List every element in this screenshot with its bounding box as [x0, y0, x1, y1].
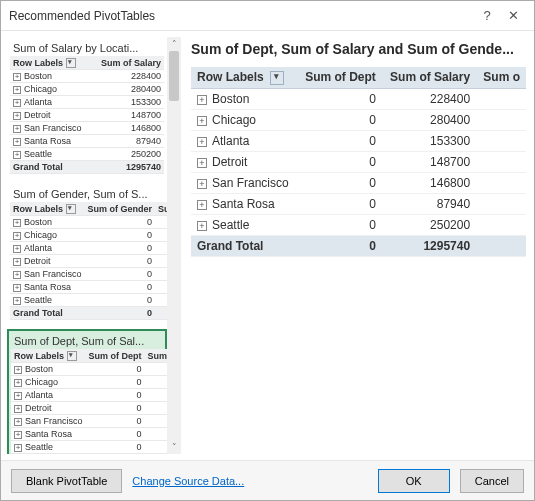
- pivot-thumb-dept-salary[interactable]: Sum of Dept, Sum of Sal... Row LabelsSum…: [7, 329, 167, 454]
- col-row-labels[interactable]: Row Labels: [191, 67, 297, 88]
- pivot-thumb-salary-by-location[interactable]: Sum of Salary by Locati... Row LabelsSum…: [7, 37, 167, 177]
- thumb-table: Row LabelsSum of GenderSum of Salary +Bo…: [10, 202, 167, 320]
- table-row[interactable]: +Santa Rosa087940: [191, 193, 526, 214]
- table-row[interactable]: +Atlanta0153300: [191, 130, 526, 151]
- grand-total-row: Grand Total01295740: [191, 235, 526, 256]
- ok-button[interactable]: OK: [378, 469, 450, 493]
- thumbnail-scrollbar[interactable]: ˄ ˅: [167, 37, 181, 454]
- table-row[interactable]: +Boston0228400: [191, 88, 526, 109]
- blank-pivottable-button[interactable]: Blank PivotTable: [11, 469, 122, 493]
- titlebar: Recommended PivotTables ? ✕: [1, 1, 534, 31]
- pivot-thumb-gender-salary[interactable]: Sum of Gender, Sum of S... Row LabelsSum…: [7, 183, 167, 323]
- col-sum-extra: Sum o: [476, 67, 526, 88]
- table-row[interactable]: +Seattle0250200: [191, 214, 526, 235]
- filter-dropdown-icon[interactable]: [270, 71, 284, 85]
- recommended-pivottables-dialog: Recommended PivotTables ? ✕ Sum of Salar…: [0, 0, 535, 501]
- dropdown-icon[interactable]: [66, 204, 76, 214]
- table-row[interactable]: +San Francisco0146800: [191, 172, 526, 193]
- preview-pivottable: Row Labels Sum of Dept Sum of Salary Sum…: [191, 67, 526, 257]
- scroll-down-icon[interactable]: ˅: [167, 440, 181, 454]
- scroll-track[interactable]: [167, 51, 181, 440]
- change-source-data-link[interactable]: Change Source Data...: [132, 475, 244, 487]
- scroll-up-icon[interactable]: ˄: [167, 37, 181, 51]
- close-icon[interactable]: ✕: [500, 3, 526, 29]
- dropdown-icon[interactable]: [67, 351, 77, 361]
- expand-icon[interactable]: +: [197, 95, 207, 105]
- scroll-thumb[interactable]: [169, 51, 179, 101]
- thumbnail-column: Sum of Salary by Locati... Row LabelsSum…: [7, 37, 167, 454]
- help-icon[interactable]: ?: [474, 3, 500, 29]
- thumb-caption: Sum of Salary by Locati...: [10, 40, 164, 56]
- thumb-table: Row LabelsSum of DeptSum of SalaryS +Bos…: [11, 349, 167, 454]
- table-row[interactable]: +Detroit0148700: [191, 151, 526, 172]
- thumb-caption: Sum of Gender, Sum of S...: [10, 186, 164, 202]
- preview-panel: Sum of Dept, Sum of Salary and Sum of Ge…: [181, 31, 534, 460]
- recommendations-panel: Sum of Salary by Locati... Row LabelsSum…: [1, 31, 181, 460]
- thumb-caption: Sum of Dept, Sum of Sal...: [11, 333, 163, 349]
- col-sum-salary: Sum of Salary: [382, 67, 476, 88]
- thumb-table: Row LabelsSum of Salary +Boston228400 +C…: [10, 56, 164, 174]
- dialog-body: Sum of Salary by Locati... Row LabelsSum…: [1, 31, 534, 460]
- table-row[interactable]: +Chicago0280400: [191, 109, 526, 130]
- dialog-footer: Blank PivotTable Change Source Data... O…: [1, 460, 534, 500]
- col-sum-dept: Sum of Dept: [297, 67, 382, 88]
- dropdown-icon[interactable]: [66, 58, 76, 68]
- expand-icon[interactable]: +: [13, 73, 21, 81]
- cancel-button[interactable]: Cancel: [460, 469, 524, 493]
- dialog-title: Recommended PivotTables: [9, 9, 474, 23]
- preview-title: Sum of Dept, Sum of Salary and Sum of Ge…: [191, 41, 526, 57]
